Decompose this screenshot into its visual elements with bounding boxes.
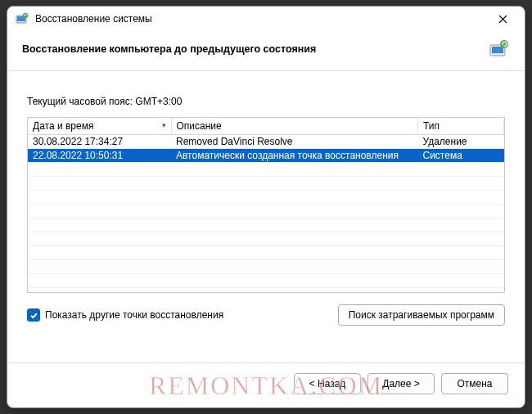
table-row-empty	[28, 176, 504, 190]
table-row-empty	[28, 245, 504, 259]
table-row[interactable]: 30.08.2022 17:34:27Removed DaVinci Resol…	[28, 134, 504, 148]
page-title: Восстановление компьютера до предыдущего…	[22, 43, 489, 55]
system-restore-dialog: Восстановление системы Восстановление ко…	[7, 6, 525, 408]
timezone-label: Текущий часовой пояс: GMT+3:00	[27, 96, 505, 107]
column-header-type[interactable]: Тип	[418, 118, 504, 134]
checkbox-label: Показать другие точки восстановления	[45, 309, 223, 321]
restore-icon	[489, 39, 510, 59]
svg-point-2	[23, 13, 28, 18]
table-row-empty	[28, 273, 504, 287]
table-cell: Автоматически созданная точка восстановл…	[171, 148, 418, 162]
table-row-empty	[28, 218, 504, 232]
table-row-empty	[28, 259, 504, 273]
restore-points-table[interactable]: Дата и время▾ Описание Тип 30.08.2022 17…	[27, 117, 505, 293]
wizard-header: Восстановление компьютера до предыдущего…	[7, 31, 525, 70]
show-more-checkbox[interactable]: Показать другие точки восстановления	[27, 308, 338, 322]
table-row-empty	[28, 190, 504, 204]
table-row-empty	[28, 204, 504, 218]
check-icon	[29, 311, 38, 320]
table-cell: Система	[418, 148, 504, 162]
column-header-description[interactable]: Описание	[171, 118, 418, 134]
table-cell: 30.08.2022 17:34:27	[28, 134, 171, 148]
sort-indicator-icon: ▾	[162, 121, 166, 129]
scan-programs-button[interactable]: Поиск затрагиваемых программ	[338, 304, 505, 326]
below-table-row: Показать другие точки восстановления Пои…	[27, 304, 505, 326]
wizard-footer: < Назад Далее > Отмена	[7, 363, 525, 407]
cancel-button[interactable]: Отмена	[441, 373, 508, 394]
titlebar: Восстановление системы	[7, 7, 525, 31]
content-area: Текущий часовой пояс: GMT+3:00 Дата и вр…	[7, 71, 525, 362]
svg-rect-4	[492, 47, 503, 53]
checkbox-box	[27, 308, 40, 322]
table-row-empty	[28, 162, 504, 176]
table-cell: Удаление	[418, 134, 504, 148]
titlebar-text: Восстановление системы	[35, 13, 485, 25]
back-button[interactable]: < Назад	[294, 373, 361, 394]
column-header-date[interactable]: Дата и время▾	[28, 118, 171, 134]
table-cell: 22.08.2022 10:50:31	[28, 148, 171, 162]
next-button[interactable]: Далее >	[367, 373, 435, 394]
table-row[interactable]: 22.08.2022 10:50:31Автоматически созданн…	[28, 148, 504, 162]
table-cell: Removed DaVinci Resolve	[171, 134, 418, 148]
table-row-empty	[28, 232, 504, 245]
close-button[interactable]	[485, 7, 520, 30]
app-icon	[16, 12, 29, 25]
